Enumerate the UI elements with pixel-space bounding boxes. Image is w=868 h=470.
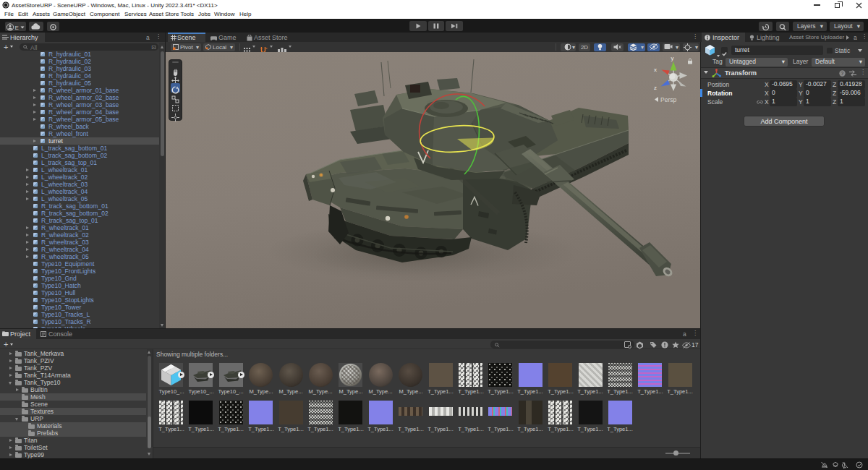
svg-text:z: z	[654, 85, 657, 91]
svg-text:y: y	[671, 55, 674, 61]
svg-text:E: E	[15, 24, 19, 30]
svg-text:?: ?	[841, 70, 844, 75]
svg-text:x: x	[654, 67, 657, 73]
svg-text:Persp: Persp	[660, 96, 676, 103]
